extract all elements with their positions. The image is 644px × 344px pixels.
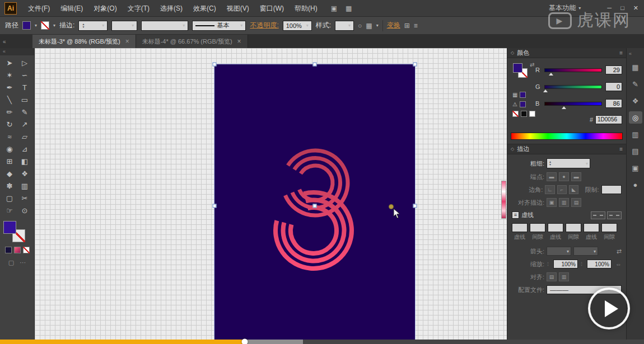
dashed-line-checkbox[interactable]: ≡ bbox=[512, 211, 519, 219]
document-tab-1[interactable]: 未标题-3* @ 88% (RGB/预览) × bbox=[32, 35, 136, 48]
options-icon[interactable]: ≡ bbox=[414, 22, 418, 30]
selection-handle[interactable] bbox=[213, 63, 217, 67]
symbol-sprayer-tool[interactable]: ✽ bbox=[2, 180, 17, 192]
video-play-button[interactable] bbox=[588, 288, 630, 329]
align-outside-button[interactable]: ▤ bbox=[571, 198, 581, 207]
draw-mode-icon[interactable]: ▢ bbox=[8, 259, 14, 266]
pen-tool[interactable]: ✒ bbox=[2, 81, 17, 93]
type-tool[interactable]: T bbox=[17, 81, 32, 93]
bevel-join-button[interactable]: ◣ bbox=[569, 185, 578, 194]
selection-handle[interactable] bbox=[313, 63, 317, 67]
black-swatch[interactable] bbox=[521, 111, 527, 117]
line-style-dropdown[interactable]: 基本 ▾ bbox=[192, 21, 246, 31]
stroke-panel-header[interactable]: ◇ 描边 ≡ bbox=[507, 144, 626, 154]
panel-menu-icon[interactable]: ≡ bbox=[619, 146, 623, 152]
menu-item-view[interactable]: 视图(V) bbox=[222, 1, 254, 16]
artboard-tool[interactable]: ▢ bbox=[2, 192, 17, 204]
hex-value-field[interactable]: 1D0056 bbox=[595, 115, 622, 124]
gap-field[interactable] bbox=[530, 223, 545, 232]
variable-width-dropdown[interactable]: ▾ bbox=[111, 21, 137, 31]
menu-item-file[interactable]: 文件(F) bbox=[23, 1, 55, 16]
shape-builder-tool[interactable]: ◉ bbox=[2, 143, 17, 155]
tools-collapse-icon[interactable]: « bbox=[0, 48, 34, 55]
selection-tool[interactable]: ➤ bbox=[2, 56, 17, 69]
menu-item-select[interactable]: 选择(S) bbox=[155, 1, 188, 16]
arrow-align-end-button[interactable]: ▥ bbox=[559, 272, 569, 281]
align-inside-button[interactable]: ▥ bbox=[559, 198, 569, 207]
pencil-tool[interactable]: ✎ bbox=[17, 106, 32, 118]
opacity-field[interactable]: 100% ▾ bbox=[283, 21, 312, 31]
eyedropper-tool[interactable]: ◆ bbox=[2, 167, 17, 180]
color-mode-button[interactable] bbox=[5, 247, 12, 253]
brush-definition-dropdown[interactable]: ▾ bbox=[141, 21, 188, 31]
color-spectrum-bar[interactable] bbox=[511, 133, 623, 140]
none-mode-button[interactable] bbox=[23, 247, 30, 253]
kuler-panel-icon[interactable]: ● bbox=[629, 178, 642, 191]
slider-marker[interactable] bbox=[562, 106, 566, 109]
blend-tool[interactable]: ❖ bbox=[17, 167, 32, 180]
symbols-panel-icon[interactable]: ❖ bbox=[629, 95, 642, 107]
butt-cap-button[interactable]: ▬ bbox=[547, 172, 557, 181]
fill-proxy-swatch[interactable] bbox=[513, 63, 522, 73]
color-panel-header[interactable]: ◇ 颜色 ≡ bbox=[507, 48, 626, 58]
selection-handle[interactable] bbox=[413, 204, 417, 208]
web-safe-swatch[interactable] bbox=[520, 92, 526, 98]
perspective-grid-tool[interactable]: ⊿ bbox=[17, 143, 32, 155]
swap-fill-stroke-icon[interactable]: ⇄ bbox=[530, 62, 534, 68]
selection-handle[interactable] bbox=[213, 204, 217, 208]
rectangle-tool[interactable]: ▭ bbox=[17, 93, 32, 106]
brushes-panel-icon[interactable]: ✎ bbox=[629, 78, 642, 90]
rotate-tool[interactable]: ↻ bbox=[2, 118, 17, 130]
video-progress-knob[interactable] bbox=[242, 339, 248, 344]
miter-limit-field[interactable] bbox=[601, 185, 622, 194]
recolor-artwork-icon[interactable]: ○ bbox=[358, 22, 362, 30]
green-value-field[interactable]: 0 bbox=[605, 82, 622, 91]
canvas-area[interactable] bbox=[35, 48, 507, 340]
menu-item-effect[interactable]: 效果(C) bbox=[188, 1, 221, 16]
menu-item-object[interactable]: 对象(O) bbox=[88, 1, 122, 16]
green-slider[interactable] bbox=[544, 85, 602, 89]
arrow-start-dropdown[interactable]: ▾ bbox=[547, 247, 571, 256]
arrow-scale-start-field[interactable]: 100% bbox=[553, 260, 578, 268]
numeral-3-artwork[interactable] bbox=[214, 64, 415, 340]
blue-slider[interactable] bbox=[544, 102, 602, 106]
slider-marker[interactable] bbox=[549, 73, 553, 76]
gap-field[interactable] bbox=[566, 223, 581, 232]
dock-collapse-icon[interactable]: « bbox=[629, 51, 632, 56]
width-tool[interactable]: ≈ bbox=[2, 130, 17, 143]
mesh-tool[interactable]: ⊞ bbox=[2, 155, 17, 167]
arrow-scale-end-field[interactable]: 100% bbox=[587, 260, 612, 268]
stroke-color-swatch[interactable] bbox=[41, 21, 49, 30]
menu-item-type[interactable]: 文字(T) bbox=[123, 1, 155, 16]
collapsed-panel-tab[interactable] bbox=[501, 181, 506, 219]
free-transform-tool[interactable]: ▱ bbox=[17, 130, 32, 143]
menu-item-help[interactable]: 帮助(H) bbox=[290, 1, 323, 16]
direct-selection-tool[interactable]: ▷ bbox=[17, 56, 32, 69]
arrow-align-tip-button[interactable]: ▤ bbox=[547, 272, 557, 281]
fill-proxy-swatch[interactable] bbox=[3, 221, 16, 234]
gradient-mode-button[interactable] bbox=[14, 247, 21, 253]
swap-arrows-icon[interactable]: ⇄ bbox=[617, 248, 622, 255]
document-setup-icon[interactable]: ▦ bbox=[366, 22, 372, 30]
lasso-tool[interactable]: ∽ bbox=[17, 69, 32, 81]
dash-field[interactable] bbox=[548, 223, 563, 232]
tab-close-icon[interactable]: × bbox=[237, 37, 241, 45]
dash-field[interactable] bbox=[584, 223, 599, 232]
gap-field[interactable] bbox=[601, 223, 617, 232]
hand-tool[interactable]: ☞ bbox=[2, 204, 17, 216]
projecting-cap-button[interactable]: ▬ bbox=[571, 172, 581, 181]
none-swatch[interactable] bbox=[512, 111, 519, 117]
zoom-tool[interactable]: ⊙ bbox=[17, 204, 32, 216]
red-value-field[interactable]: 29 bbox=[605, 65, 622, 74]
miter-join-button[interactable]: ∟ bbox=[545, 185, 554, 194]
artboards-panel-icon[interactable]: ▣ bbox=[629, 162, 642, 174]
gradient-tool[interactable]: ◧ bbox=[17, 155, 32, 167]
dash-field[interactable] bbox=[512, 223, 528, 232]
arrange-docs-icon[interactable]: ▦ bbox=[346, 4, 352, 12]
slider-marker[interactable] bbox=[543, 89, 548, 92]
red-slider[interactable] bbox=[544, 68, 602, 72]
round-cap-button[interactable]: ● bbox=[559, 172, 569, 181]
artboard[interactable] bbox=[214, 64, 415, 340]
scale-tool[interactable]: ↗ bbox=[17, 118, 32, 130]
gamut-swatch[interactable] bbox=[520, 101, 526, 107]
